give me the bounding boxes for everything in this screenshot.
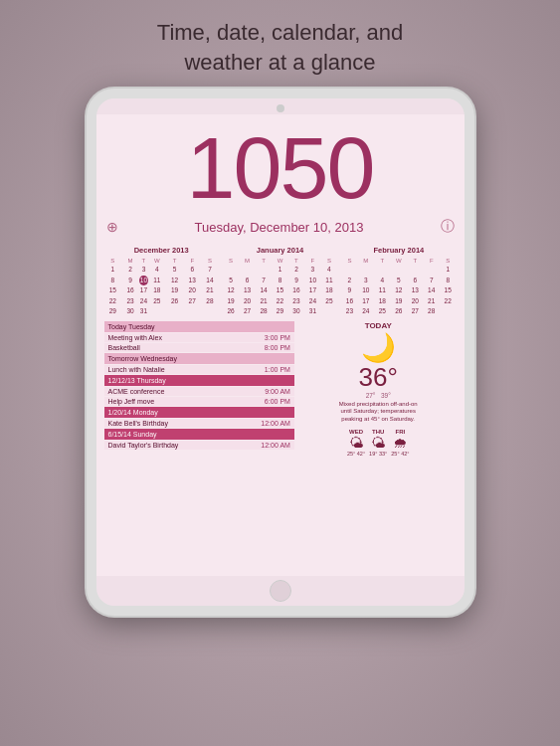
cal-day-cell[interactable]: 22 [104,296,122,306]
ipad-home-button[interactable] [270,580,291,602]
cal-day-cell[interactable]: 12 [166,276,184,285]
cal-day-cell[interactable]: 13 [183,276,201,285]
cal-day-cell[interactable]: 28 [201,296,219,306]
cal-day-cell[interactable]: 22 [440,296,457,306]
cal-day-cell[interactable]: 24 [139,296,148,306]
cal-day-cell[interactable]: 16 [288,285,304,295]
cal-day-cell[interactable]: 23 [341,306,357,316]
cal-day-cell[interactable]: 10 [139,276,148,285]
event-row[interactable]: Lunch with Natalie1:00 PM [104,365,294,374]
cal-day-cell[interactable]: 4 [374,276,390,285]
event-row[interactable]: David Taylor's Birthday12:00 AM [104,441,294,450]
cal-day-cell[interactable]: 6 [407,276,423,285]
cal-day-cell[interactable]: 20 [407,296,423,306]
cal-day-cell[interactable]: 15 [272,285,287,295]
cal-day-cell[interactable]: 24 [304,296,320,306]
cal-day-cell[interactable]: 5 [391,276,407,285]
event-row[interactable]: Meeting with Alex3:00 PM [104,333,294,342]
cal-day-cell[interactable]: 16 [341,296,357,306]
cal-day-cell[interactable]: 12 [391,285,407,295]
cal-day-cell[interactable]: 2 [121,265,139,275]
cal-day-cell[interactable]: 3 [304,265,320,275]
cal-day-cell[interactable]: 28 [256,306,272,316]
cal-day-cell[interactable]: 3 [139,265,148,275]
cal-day-cell[interactable]: 1 [272,265,287,275]
cal-day-cell[interactable]: 13 [407,285,423,295]
event-row[interactable]: ACME conference9:00 AM [104,387,294,396]
cal-day-cell[interactable]: 11 [321,276,338,285]
cal-day-cell[interactable]: 31 [304,306,320,316]
event-row[interactable]: Help Jeff move6:00 PM [104,397,294,406]
cal-day-cell[interactable]: 9 [341,285,357,295]
cal-day-cell[interactable]: 18 [321,285,338,295]
cal-day-cell[interactable]: 23 [121,296,139,306]
cal-day-cell[interactable]: 8 [272,276,287,285]
cal-day-cell[interactable]: 24 [358,306,374,316]
cal-day-cell[interactable]: 25 [148,296,166,306]
cal-day-cell[interactable]: 22 [272,296,287,306]
cal-day-cell[interactable]: 6 [239,276,255,285]
cal-day-cell[interactable]: 25 [321,296,338,306]
event-row[interactable]: Kate Bell's Birthday12:00 AM [104,419,294,428]
cal-day-cell[interactable]: 5 [223,276,239,285]
cal-day-cell[interactable]: 10 [304,276,320,285]
cal-day-cell[interactable]: 23 [288,296,304,306]
cal-day-cell[interactable]: 20 [239,296,255,306]
cal-day-cell[interactable]: 2 [288,265,304,275]
cal-day-cell[interactable]: 1 [440,265,457,275]
cal-day-cell[interactable]: 19 [391,296,407,306]
cal-day-cell[interactable]: 21 [201,285,219,295]
cal-day-cell[interactable]: 7 [256,276,272,285]
cal-day-cell[interactable]: 19 [166,285,184,295]
cal-day-cell[interactable]: 25 [374,306,390,316]
cal-day-cell[interactable]: 10 [358,285,374,295]
cal-day-cell[interactable]: 3 [358,276,374,285]
cal-day-cell[interactable]: 18 [374,296,390,306]
cal-day-cell[interactable]: 9 [121,276,139,285]
cal-day-cell[interactable]: 27 [407,306,423,316]
cal-day-cell[interactable]: 17 [139,285,148,295]
cal-day-cell[interactable]: 31 [139,306,148,316]
cal-day-cell[interactable]: 26 [223,306,239,316]
cal-day-cell[interactable]: 30 [288,306,304,316]
cal-day-cell[interactable]: 8 [440,276,457,285]
cal-day-cell[interactable]: 4 [148,265,166,275]
cal-day-cell[interactable]: 2 [341,276,357,285]
plus-icon[interactable]: ⊕ [106,219,118,235]
cal-day-cell[interactable]: 21 [256,296,272,306]
cal-day-cell[interactable]: 13 [239,285,255,295]
cal-day-cell[interactable]: 27 [239,306,255,316]
cal-day-cell[interactable]: 9 [288,276,304,285]
cal-day-cell[interactable]: 26 [166,296,184,306]
cal-day-cell[interactable]: 12 [223,285,239,295]
cal-day-cell[interactable]: 26 [391,306,407,316]
cal-day-cell[interactable]: 14 [201,276,219,285]
cal-day-cell[interactable]: 7 [424,276,440,285]
cal-day-cell[interactable]: 29 [104,306,122,316]
cal-day-cell[interactable]: 14 [256,285,272,295]
cal-day-cell[interactable]: 15 [440,285,457,295]
cal-day-cell[interactable]: 6 [183,265,201,275]
cal-day-cell[interactable]: 15 [104,285,122,295]
event-row[interactable]: Basketball8:00 PM [104,343,294,352]
cal-day-cell[interactable]: 7 [201,265,219,275]
cal-day-cell[interactable]: 30 [121,306,139,316]
cal-day-cell[interactable]: 19 [223,296,239,306]
cal-day-cell[interactable]: 17 [304,285,320,295]
cal-day-cell[interactable]: 28 [424,306,440,316]
cal-day-cell[interactable]: 11 [148,276,166,285]
cal-day-cell[interactable]: 11 [374,285,390,295]
cal-day-cell[interactable]: 29 [272,306,287,316]
cal-day-cell[interactable]: 1 [104,265,122,275]
cal-day-cell[interactable]: 20 [183,285,201,295]
cal-day-cell[interactable]: 16 [121,285,139,295]
cal-day-cell[interactable]: 17 [358,296,374,306]
cal-day-cell[interactable]: 27 [183,296,201,306]
cal-day-cell[interactable]: 18 [148,285,166,295]
info-icon[interactable]: ⓘ [441,218,455,236]
cal-day-cell[interactable]: 5 [166,265,184,275]
cal-day-cell[interactable]: 14 [424,285,440,295]
cal-day-cell[interactable]: 4 [321,265,338,275]
cal-day-cell[interactable]: 21 [424,296,440,306]
cal-day-cell[interactable]: 8 [104,276,122,285]
